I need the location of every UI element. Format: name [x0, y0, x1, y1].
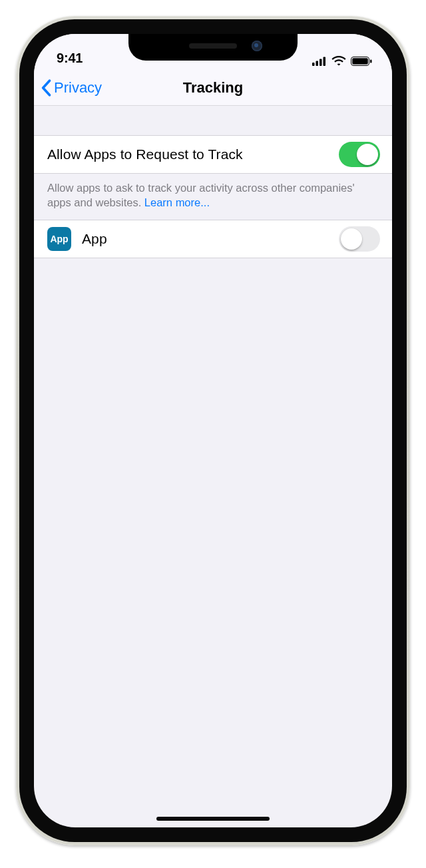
screen: 9:41	[34, 34, 392, 827]
earpiece-speaker	[189, 43, 237, 49]
cellular-icon	[312, 57, 327, 66]
app-name-label: App	[82, 231, 339, 247]
app-icon-label: App	[50, 234, 68, 244]
app-icon: App	[47, 227, 71, 251]
notch	[128, 34, 298, 61]
section-footer: Allow apps to ask to track your activity…	[34, 174, 392, 220]
chevron-left-icon	[41, 79, 51, 97]
front-camera-icon	[252, 41, 262, 51]
svg-rect-0	[312, 63, 315, 66]
allow-apps-to-track-row: Allow Apps to Request to Track	[34, 135, 392, 174]
home-indicator[interactable]	[156, 817, 270, 821]
app-tracking-row: App App	[34, 220, 392, 258]
nav-bar: Privacy Tracking	[34, 70, 392, 106]
svg-rect-6	[370, 59, 372, 63]
back-button[interactable]: Privacy	[41, 70, 102, 106]
wifi-icon	[331, 56, 346, 66]
svg-rect-3	[323, 57, 326, 66]
svg-rect-1	[316, 61, 319, 66]
content-area: Allow Apps to Request to Track Allow app…	[34, 106, 392, 827]
svg-rect-5	[352, 58, 368, 65]
device-frame: 9:41	[16, 16, 410, 845]
allow-apps-to-track-toggle[interactable]	[339, 142, 380, 167]
allow-apps-to-track-label: Allow Apps to Request to Track	[47, 146, 339, 162]
learn-more-link[interactable]: Learn more...	[144, 196, 210, 208]
battery-icon	[351, 57, 372, 66]
back-label: Privacy	[54, 79, 102, 97]
svg-rect-2	[320, 59, 322, 66]
status-time: 9:41	[57, 51, 83, 66]
app-tracking-toggle[interactable]	[339, 226, 380, 252]
